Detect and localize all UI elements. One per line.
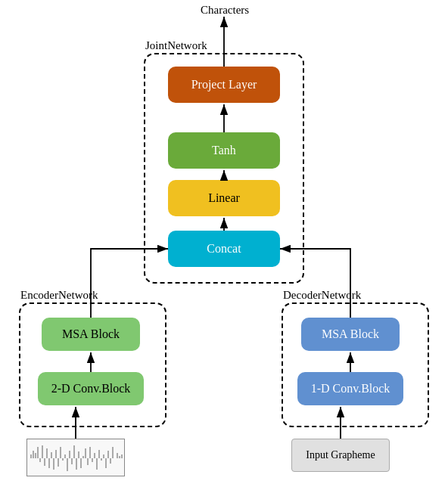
msa-encoder-box: MSA Block — [42, 318, 140, 351]
msa-encoder-label: MSA Block — [62, 327, 120, 341]
conv-2d-label: 2-D Conv.Block — [51, 382, 131, 395]
input-grapheme-label: Input Grapheme — [306, 449, 375, 461]
waveform-image — [26, 439, 125, 476]
joint-network-label: JointNetwork — [145, 39, 207, 52]
linear-box: Linear — [168, 180, 280, 216]
decoder-network-label: DecoderNetwork — [283, 289, 361, 302]
input-grapheme-box: Input Grapheme — [291, 439, 390, 472]
project-layer-box: Project Layer — [168, 67, 280, 103]
concat-label: Concat — [207, 242, 241, 256]
characters-label: Characters — [201, 4, 249, 17]
diagram-container: Characters JointNetwork EncoderNetwork D… — [0, 0, 448, 487]
project-layer-label: Project Layer — [191, 78, 257, 92]
linear-label: Linear — [208, 191, 240, 205]
conv-1d-label: 1-D Conv.Block — [311, 382, 390, 395]
conv-2d-box: 2-D Conv.Block — [38, 372, 144, 405]
encoder-network-label: EncoderNetwork — [20, 289, 98, 302]
svg-rect-0 — [27, 439, 125, 476]
msa-decoder-label: MSA Block — [322, 327, 379, 341]
tanh-label: Tanh — [212, 144, 236, 157]
msa-decoder-box: MSA Block — [301, 318, 400, 351]
conv-1d-box: 1-D Conv.Block — [297, 372, 403, 405]
concat-box: Concat — [168, 231, 280, 267]
tanh-box: Tanh — [168, 132, 280, 169]
